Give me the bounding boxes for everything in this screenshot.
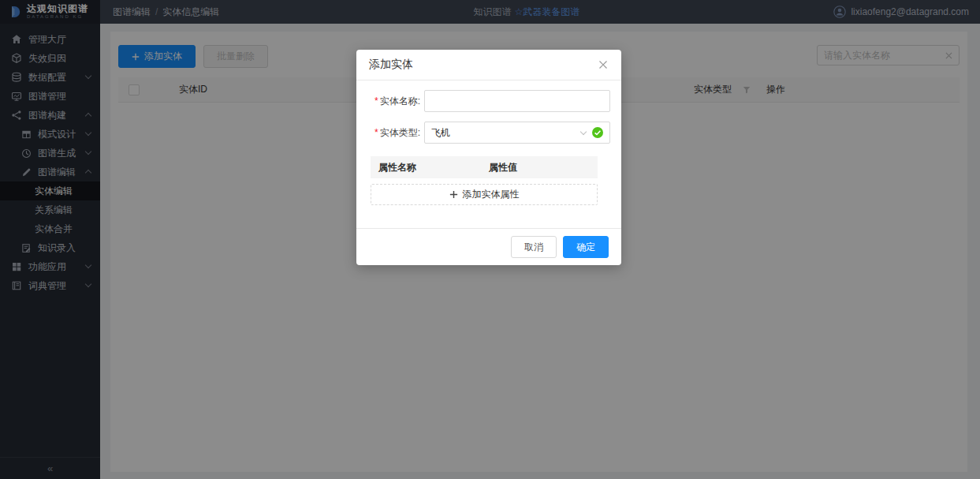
- valid-check-icon: [591, 126, 604, 139]
- cancel-button[interactable]: 取消: [511, 236, 557, 258]
- entity-name-label: *实体名称:: [356, 95, 424, 108]
- entity-name-input[interactable]: [424, 90, 610, 112]
- chevron-down-icon: [580, 128, 587, 134]
- add-entity-modal: 添加实体 *实体名称: *实体类型: 飞机: [356, 50, 621, 265]
- entity-type-select[interactable]: 飞机: [424, 122, 610, 144]
- modal-header: 添加实体: [356, 50, 621, 80]
- modal-title: 添加实体: [369, 58, 598, 72]
- modal-body: *实体名称: *实体类型: 飞机: [356, 80, 621, 216]
- confirm-button[interactable]: 确定: [563, 236, 609, 258]
- entity-type-selected-value: 飞机: [431, 126, 576, 140]
- column-header-property-name: 属性名称: [371, 161, 489, 174]
- required-mark: *: [374, 127, 378, 138]
- property-table-header: 属性名称 属性值: [371, 156, 598, 178]
- app-root: 达观知识图谱 DATAGRAND KG 图谱编辑 / 实体信息编辑 知识图谱☆武…: [0, 0, 980, 479]
- entity-name-field: *实体名称:: [356, 90, 610, 112]
- required-mark: *: [374, 95, 378, 107]
- modal-footer: 取消 确定: [356, 228, 621, 265]
- entity-type-field: *实体类型: 飞机: [356, 122, 610, 144]
- close-icon[interactable]: [598, 59, 609, 70]
- entity-type-label: *实体类型:: [356, 126, 424, 140]
- plus-icon: [449, 190, 458, 199]
- add-entity-property-button[interactable]: 添加实体属性: [371, 184, 598, 205]
- column-header-property-value: 属性值: [489, 161, 598, 174]
